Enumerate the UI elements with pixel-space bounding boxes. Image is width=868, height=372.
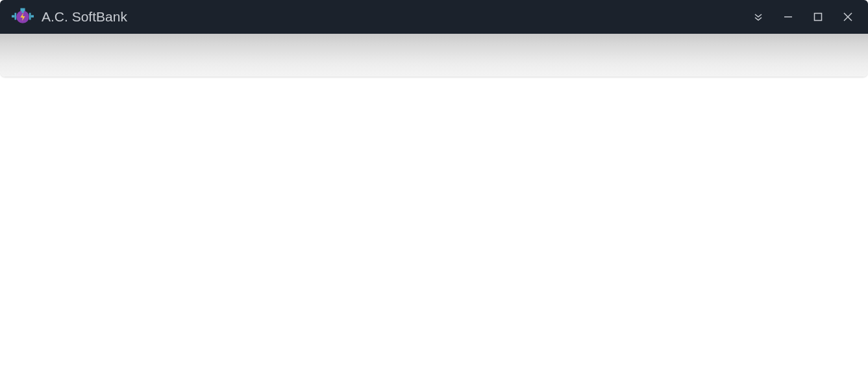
svg-rect-0 <box>12 15 14 18</box>
svg-rect-2 <box>31 15 34 18</box>
svg-rect-1 <box>14 13 16 20</box>
svg-rect-6 <box>21 11 24 13</box>
close-button[interactable] <box>833 4 863 30</box>
ribbon-toolbar <box>0 34 868 77</box>
maximize-button[interactable] <box>803 4 833 30</box>
svg-rect-8 <box>815 14 822 21</box>
svg-rect-3 <box>29 13 31 20</box>
collapse-button[interactable] <box>743 4 773 30</box>
content-area <box>0 77 868 372</box>
svg-rect-5 <box>20 8 25 11</box>
minimize-button[interactable] <box>773 4 803 30</box>
window-title: A.C. SoftBank <box>42 9 743 25</box>
titlebar[interactable]: A.C. SoftBank <box>0 0 868 34</box>
window-controls <box>743 4 863 30</box>
app-window: A.C. SoftBank <box>0 0 868 372</box>
engine-icon <box>12 6 34 28</box>
